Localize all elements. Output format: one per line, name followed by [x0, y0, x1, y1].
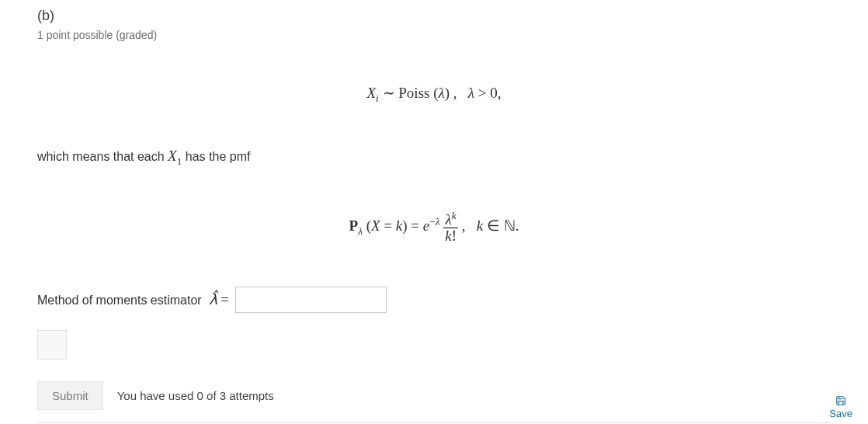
save-label: Save	[829, 408, 852, 419]
lambda-hat-input[interactable]	[235, 287, 387, 313]
prose-suffix: has the pmf	[182, 150, 250, 163]
distribution-formula: Xi ∼ Poiss (λ) , λ > 0,	[37, 84, 831, 105]
submit-button[interactable]: Submit	[37, 381, 103, 410]
save-icon	[835, 395, 846, 406]
attempts-text: You have used 0 of 3 attempts	[117, 389, 274, 402]
points-possible: 1 point possible (graded)	[37, 29, 831, 41]
part-label: (b)	[37, 8, 831, 24]
pmf-intro-text: which means that each X1 has the pmf	[37, 148, 831, 168]
prose-inline-math: X1	[168, 148, 182, 164]
save-button[interactable]: Save	[829, 395, 852, 419]
answer-label: Method of moments estimator λ̂ =	[37, 290, 229, 308]
equation-preview-box[interactable]	[37, 330, 67, 360]
answer-row: Method of moments estimator λ̂ =	[37, 287, 831, 313]
submit-row: Submit You have used 0 of 3 attempts Sav…	[37, 381, 831, 423]
pmf-formula: Pλ (X = k) = e−λ λkk! , k ∈ ℕ.	[37, 210, 831, 244]
prose-prefix: which means that each	[37, 150, 168, 163]
